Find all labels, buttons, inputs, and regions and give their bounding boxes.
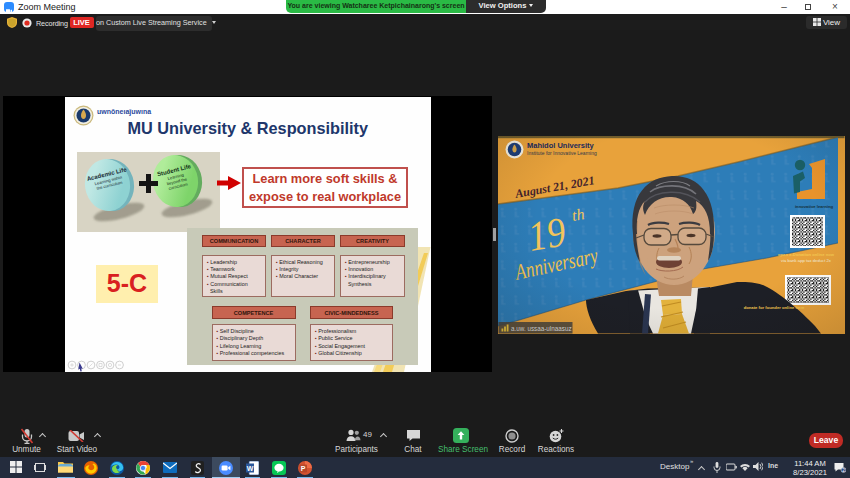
svg-text:P: P [301,465,306,472]
svg-text:W: W [247,465,254,472]
svg-text:2: 2 [842,468,845,473]
